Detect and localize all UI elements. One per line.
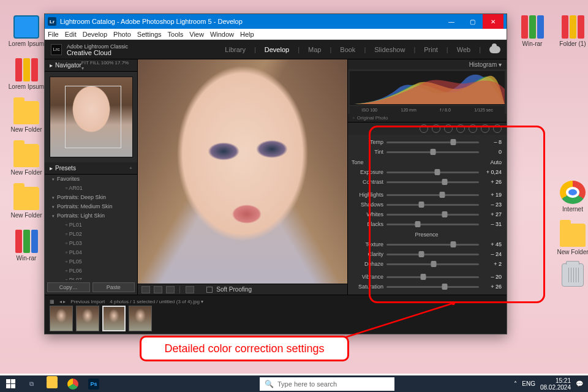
preset-item[interactable]: ▫ PL04 bbox=[52, 248, 137, 257]
slider-shadows[interactable]: Shadows– 23 bbox=[352, 200, 502, 209]
auto-tone-button[interactable]: Auto bbox=[490, 159, 502, 165]
slider-blacks[interactable]: Blacks– 31 bbox=[352, 219, 502, 229]
preset-item[interactable]: ▫ PL05 bbox=[52, 257, 137, 266]
menu-tools[interactable]: Tools bbox=[168, 31, 184, 38]
before-after-button[interactable] bbox=[154, 286, 162, 293]
menu-settings[interactable]: Settings bbox=[137, 31, 162, 38]
grad-tool-icon[interactable] bbox=[469, 124, 477, 133]
histogram[interactable]: ISO 100120 mmf / 8.01/125 sec bbox=[350, 71, 505, 114]
titlebar[interactable]: Lr Lightroom Catalog - Adobe Photoshop L… bbox=[45, 14, 507, 29]
brush-tool-icon[interactable] bbox=[493, 124, 502, 133]
preset-item[interactable]: ▫ PL02 bbox=[52, 230, 137, 239]
menu-window[interactable]: Window bbox=[210, 31, 234, 38]
menu-develop[interactable]: Develop bbox=[83, 31, 107, 38]
module-slideshow[interactable]: Slideshow bbox=[374, 46, 405, 53]
original-photo-toggle[interactable]: ▫ Original Photo bbox=[348, 114, 507, 123]
grid-toggle-icon[interactable]: ▦ bbox=[50, 299, 55, 304]
desktop-icon[interactable]: New Folder bbox=[7, 187, 45, 219]
filmstrip-thumb[interactable] bbox=[129, 306, 152, 331]
spot-tool-icon[interactable] bbox=[432, 124, 440, 133]
maximize-button[interactable]: ▢ bbox=[462, 14, 483, 29]
slider-temp[interactable]: Temp– 8 bbox=[352, 137, 502, 147]
callout-label: Detailed color correction settings bbox=[140, 336, 349, 361]
slider-exposure[interactable]: Exposure+ 0,24 bbox=[352, 167, 502, 177]
histogram-header[interactable]: Histogram ▾ bbox=[348, 59, 507, 69]
desktop-icon[interactable]: New Folder bbox=[554, 224, 588, 255]
desktop-icon[interactable]: New Folder bbox=[7, 101, 45, 133]
photoshop-taskbar-icon[interactable]: Ps bbox=[83, 375, 104, 392]
menu-view[interactable]: View bbox=[189, 31, 204, 38]
slider-clarity[interactable]: Clarity– 24 bbox=[352, 249, 502, 259]
preset-item[interactable]: ▫ PL06 bbox=[52, 266, 137, 276]
desktop-icon[interactable]: Folder (1) bbox=[554, 15, 588, 47]
soft-proofing-checkbox[interactable] bbox=[206, 287, 213, 293]
notifications-icon[interactable]: 💬 bbox=[576, 380, 583, 387]
module-book[interactable]: Book bbox=[340, 46, 355, 53]
preset-item[interactable]: ▫ PL03 bbox=[52, 239, 137, 248]
menu-edit[interactable]: Edit bbox=[65, 31, 77, 38]
slider-texture[interactable]: Texture+ 45 bbox=[352, 239, 502, 249]
module-map[interactable]: Map bbox=[308, 46, 321, 53]
tray-lang[interactable]: ENG bbox=[522, 380, 535, 387]
preset-group[interactable]: ▾Favorites bbox=[52, 175, 137, 184]
menu-file[interactable]: File bbox=[48, 31, 59, 38]
start-button[interactable] bbox=[0, 375, 21, 392]
preset-group[interactable]: ▾Portraits: Light Skin bbox=[52, 211, 137, 221]
close-button[interactable]: ✕ bbox=[483, 14, 503, 29]
preset-group[interactable]: ▾Portraits: Deep Skin bbox=[52, 193, 137, 202]
preset-item[interactable]: ▫ PL07 bbox=[52, 276, 137, 280]
desktop-icon[interactable]: Lorem Ipsum bbox=[7, 58, 45, 90]
module-library[interactable]: Library bbox=[225, 46, 246, 53]
copy-button[interactable]: Copy… bbox=[47, 282, 90, 292]
tray-chevron-icon[interactable]: ˄ bbox=[514, 380, 517, 387]
desktop-icon[interactable]: Lorem Ipsum bbox=[7, 15, 45, 47]
slider-tint[interactable]: Tint0 bbox=[352, 147, 502, 157]
slider-dehaze[interactable]: Dehaze+ 2 bbox=[352, 259, 502, 269]
task-view-button[interactable]: ⧉ bbox=[21, 375, 42, 392]
main-photo[interactable] bbox=[138, 59, 347, 284]
mask-tool-icon[interactable] bbox=[456, 124, 465, 133]
desktop-icon[interactable]: Internet bbox=[554, 181, 588, 213]
slider-vibrance[interactable]: Vibrance– 20 bbox=[352, 272, 502, 282]
filmstrip-thumb[interactable] bbox=[50, 306, 73, 331]
slider-saturation[interactable]: Saturation+ 26 bbox=[352, 282, 502, 292]
filmstrip-thumb[interactable] bbox=[76, 306, 99, 331]
presets-header[interactable]: ▸ Presets + bbox=[45, 162, 137, 175]
desktop-icon[interactable]: Win-rar bbox=[7, 230, 45, 262]
tray-clock[interactable]: 15:2108.02.2024 bbox=[540, 377, 571, 391]
module-web[interactable]: Web bbox=[457, 46, 470, 53]
taskbar-search[interactable]: 🔍 Type here to search bbox=[260, 377, 394, 391]
preset-item[interactable]: ▫ PL01 bbox=[52, 221, 137, 230]
filmstrip: ▦ ◂ ▸ Previous Import 4 photos / 1 selec… bbox=[45, 295, 507, 334]
soft-proofing-label: Soft Proofing bbox=[216, 286, 252, 293]
menu-photo[interactable]: Photo bbox=[113, 31, 131, 38]
module-develop[interactable]: Develop bbox=[265, 46, 289, 53]
chrome-taskbar-icon[interactable] bbox=[62, 375, 83, 392]
loupe-view-button[interactable] bbox=[141, 286, 150, 293]
radial-tool-icon[interactable] bbox=[481, 124, 489, 133]
menu-help[interactable]: Help bbox=[240, 31, 254, 38]
desktop-icon[interactable]: New Folder bbox=[7, 144, 45, 176]
preset-group[interactable]: ▾Portraits: Medium Skin bbox=[52, 202, 137, 211]
compare-button[interactable] bbox=[186, 286, 194, 293]
left-panel: ▸ Navigator FIT FILL 100% 17.7% ▾ ▸ Pres… bbox=[45, 59, 138, 295]
paste-button[interactable]: Paste bbox=[92, 282, 135, 292]
slider-whites[interactable]: Whites+ 27 bbox=[352, 209, 502, 219]
crop-tool-icon[interactable] bbox=[420, 124, 428, 133]
minimize-button[interactable]: — bbox=[441, 14, 462, 29]
preset-item[interactable]: ▫ AR01 bbox=[52, 184, 137, 193]
desktop-icon[interactable] bbox=[554, 263, 588, 287]
explorer-taskbar-icon[interactable] bbox=[42, 375, 62, 392]
filmstrip-source[interactable]: Previous Import bbox=[70, 299, 105, 304]
develop-tool-strip bbox=[348, 123, 507, 135]
ref-view-button[interactable] bbox=[166, 286, 175, 293]
slider-highlights[interactable]: Highlights+ 19 bbox=[352, 190, 502, 200]
desktop-icon[interactable]: Win-rar bbox=[513, 15, 551, 47]
redeye-tool-icon[interactable] bbox=[444, 124, 453, 133]
filmstrip-thumb[interactable] bbox=[102, 306, 126, 331]
navigator-header[interactable]: ▸ Navigator FIT FILL 100% 17.7% ▾ bbox=[45, 59, 137, 72]
module-print[interactable]: Print bbox=[424, 46, 438, 53]
navigator-thumbnail[interactable] bbox=[50, 77, 133, 157]
slider-contrast[interactable]: Contrast+ 26 bbox=[352, 177, 502, 187]
cloud-sync-icon[interactable] bbox=[489, 46, 500, 53]
